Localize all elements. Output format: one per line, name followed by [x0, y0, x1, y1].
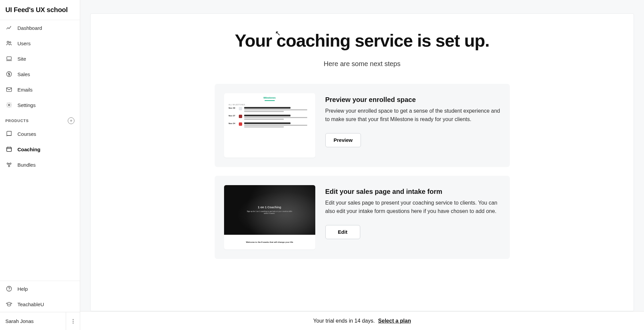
calendar-icon [5, 146, 13, 153]
mail-icon [5, 86, 13, 93]
book-icon [5, 130, 13, 138]
thumb-row: Nov 30 [229, 107, 311, 112]
sidebar-bottom-nav: Help TeachableU [0, 281, 80, 312]
svg-point-5 [8, 104, 10, 106]
svg-rect-2 [7, 57, 11, 60]
trial-bar: Your trial ends in 14 days. Select a pla… [80, 311, 644, 330]
trial-text: Your trial ends in 14 days. [313, 318, 375, 324]
svg-rect-6 [7, 147, 11, 152]
thumb-row: Nov 24 [229, 122, 311, 127]
sidebar-footer: Sarah Jonas [0, 312, 80, 330]
card-preview-space: Milestones ALL MILESTONES Nov 30 Nov 27 [215, 84, 510, 167]
gear-icon [5, 101, 13, 109]
sidebar-item-label: Site [17, 56, 26, 62]
thumb-heading: Milestones [229, 97, 311, 99]
thumb-swatch [239, 122, 242, 126]
sidebar: UI Feed's UX school Dashboard Users Site [0, 0, 80, 330]
add-product-button[interactable] [68, 117, 74, 124]
sidebar-item-label: Users [17, 41, 31, 46]
dollar-circle-icon [5, 70, 13, 78]
svg-point-1 [9, 42, 11, 43]
card-title: Edit your sales page and intake form [325, 188, 500, 196]
sidebar-item-label: Sales [17, 71, 30, 77]
card-description: Edit your sales page to present your coa… [325, 199, 500, 216]
svg-point-9 [8, 165, 10, 167]
help-circle-icon [5, 285, 13, 292]
products-header: PRODUCTS [0, 113, 80, 126]
sidebar-item-users[interactable]: Users [0, 36, 80, 51]
sidebar-item-label: Help [17, 286, 28, 292]
brand-title: UI Feed's UX school [0, 0, 80, 20]
svg-point-11 [9, 290, 9, 290]
sidebar-item-label: Settings [17, 102, 36, 108]
edit-button[interactable]: Edit [325, 225, 360, 239]
card-thumbnail: 1 on 1 Coaching Sign up for 1 on 1 coach… [224, 185, 315, 250]
card-thumbnail: Milestones ALL MILESTONES Nov 30 Nov 27 [224, 93, 315, 158]
user-menu-button[interactable] [66, 312, 80, 330]
card-edit-sales-page: 1 on 1 Coaching Sign up for 1 on 1 coach… [215, 176, 510, 259]
thumb-row: Nov 27 [229, 115, 311, 120]
plus-icon [69, 119, 73, 123]
svg-rect-4 [7, 88, 12, 92]
sidebar-item-emails[interactable]: Emails [0, 82, 80, 97]
sidebar-item-label: Dashboard [17, 25, 42, 31]
sidebar-item-sales[interactable]: Sales [0, 66, 80, 82]
card-title: Preview your enrolled space [325, 96, 500, 104]
sidebar-scroll: Dashboard Users Site Sales Emails [0, 20, 80, 281]
svg-point-12 [72, 319, 73, 320]
thumb-subheading: ALL MILESTONES [229, 104, 311, 106]
sidebar-item-settings[interactable]: Settings [0, 97, 80, 113]
thumb-swatch [239, 107, 242, 110]
bundle-icon [5, 161, 13, 168]
thumb-date: Nov 24 [229, 122, 237, 127]
select-plan-link[interactable]: Select a plan [378, 318, 411, 324]
sidebar-item-label: Emails [17, 87, 33, 93]
sidebar-item-help[interactable]: Help [0, 281, 80, 296]
thumb-hero-sub: Sign up for 1 on 1 coaching to get help … [246, 210, 293, 214]
sidebar-item-dashboard[interactable]: Dashboard [0, 20, 80, 36]
page-subtitle: Here are some next steps [111, 60, 613, 68]
preview-button[interactable]: Preview [325, 133, 361, 147]
page-title: Your coaching service is set up. [111, 31, 613, 51]
products-header-label: PRODUCTS [5, 119, 29, 123]
card-description: Preview your enrolled space to get a sen… [325, 107, 500, 124]
next-steps-cards: Milestones ALL MILESTONES Nov 30 Nov 27 [215, 84, 510, 259]
sidebar-item-label: Coaching [17, 147, 40, 152]
svg-point-7 [7, 163, 8, 164]
current-user-name[interactable]: Sarah Jonas [0, 312, 66, 330]
sidebar-item-site[interactable]: Site [0, 51, 80, 66]
main-panel: ↖ Your coaching service is set up. Here … [90, 13, 634, 311]
laptop-icon [5, 55, 13, 62]
main: ↖ Your coaching service is set up. Here … [80, 0, 644, 330]
sidebar-item-courses[interactable]: Courses [0, 126, 80, 142]
users-icon [5, 40, 13, 47]
svg-point-8 [10, 163, 11, 164]
more-vertical-icon [70, 318, 76, 324]
svg-point-13 [72, 321, 73, 322]
graduation-icon [5, 300, 13, 308]
thumb-swatch [239, 115, 242, 118]
sidebar-item-bundles[interactable]: Bundles [0, 157, 80, 172]
thumb-below-text: Welcome to the 8 weeks that will change … [246, 241, 293, 243]
svg-point-0 [7, 41, 9, 43]
sidebar-item-label: Courses [17, 131, 36, 137]
svg-point-14 [72, 322, 73, 323]
thumb-date: Nov 27 [229, 115, 237, 120]
main-scroll[interactable]: ↖ Your coaching service is set up. Here … [80, 0, 644, 311]
sidebar-item-label: TeachableU [17, 301, 44, 307]
thumb-date: Nov 30 [229, 107, 237, 112]
chart-line-icon [5, 24, 13, 32]
thumb-hero-title: 1 on 1 Coaching [246, 206, 293, 209]
sidebar-item-label: Bundles [17, 162, 36, 168]
sidebar-item-coaching[interactable]: Coaching [0, 142, 80, 157]
sidebar-item-teachableu[interactable]: TeachableU [0, 296, 80, 312]
